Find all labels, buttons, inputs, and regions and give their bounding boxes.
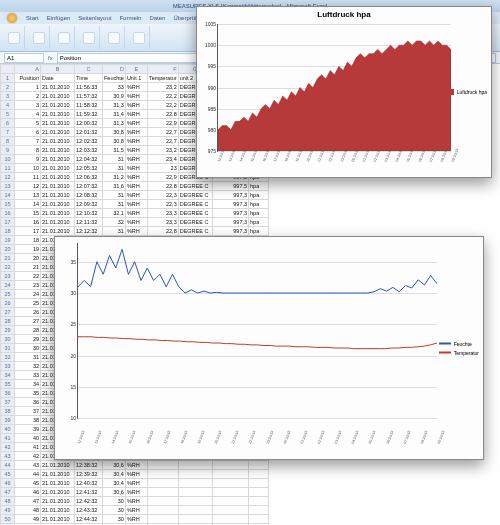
cell[interactable]: 22	[15, 272, 41, 281]
cell[interactable]: 12:05:32	[75, 164, 103, 173]
cell[interactable]: %RH	[125, 128, 147, 137]
cell[interactable]: 7	[15, 137, 41, 146]
cell[interactable]: 20	[15, 254, 41, 263]
cell[interactable]: %RH	[125, 200, 147, 209]
cell[interactable]: 45	[15, 479, 41, 488]
header-cell[interactable]: Temperatur	[147, 74, 178, 83]
cell[interactable]: %RH	[125, 155, 147, 164]
cell[interactable]	[178, 470, 212, 479]
cell[interactable]: 8	[15, 146, 41, 155]
cell[interactable]: 27	[15, 317, 41, 326]
name-box[interactable]: A1	[4, 53, 44, 63]
cell[interactable]: DEGREE C	[178, 218, 212, 227]
row-header[interactable]: 20	[1, 245, 15, 254]
row-header[interactable]: 33	[1, 362, 15, 371]
cell[interactable]: 30	[15, 344, 41, 353]
cell[interactable]: 22,8	[147, 110, 178, 119]
cell[interactable]: 21.01.2010	[41, 470, 75, 479]
tab-pagelayout[interactable]: Seitenlayout	[78, 15, 111, 21]
cell[interactable]: 21.01.2010	[41, 497, 75, 506]
cell[interactable]: 48	[15, 506, 41, 515]
cell[interactable]: 33	[103, 83, 126, 92]
cell[interactable]: 13	[15, 191, 41, 200]
number-button[interactable]	[83, 32, 95, 44]
cell[interactable]: 22,9	[147, 173, 178, 182]
cell[interactable]: 30,8	[103, 137, 126, 146]
cell[interactable]: hpa	[249, 191, 269, 200]
header-cell[interactable]: Time	[75, 74, 103, 83]
header-cell[interactable]: Feuchte	[103, 74, 126, 83]
cell[interactable]: %RH	[125, 209, 147, 218]
row-header[interactable]: 49	[1, 506, 15, 515]
row-header[interactable]: 14	[1, 191, 15, 200]
cell[interactable]: 11:58:32	[75, 101, 103, 110]
cell[interactable]: hpa	[249, 182, 269, 191]
cell[interactable]: 23,2	[147, 83, 178, 92]
cell[interactable]: 30,6	[103, 488, 126, 497]
cell[interactable]: 22,7	[147, 137, 178, 146]
cell[interactable]	[249, 515, 269, 524]
cell[interactable]: 12:43:32	[75, 506, 103, 515]
chart-feuchte-temperatur[interactable]: 101520253035 Feuchte Temperatur 12:33:33…	[54, 236, 484, 460]
paste-button[interactable]	[8, 32, 20, 44]
cell[interactable]: 30,8	[103, 128, 126, 137]
cell[interactable]: 12:38:32	[75, 461, 103, 470]
cell[interactable]: 31	[103, 164, 126, 173]
cell[interactable]: 15	[15, 209, 41, 218]
cell[interactable]: %RH	[125, 227, 147, 236]
cell[interactable]: 12:07:32	[75, 182, 103, 191]
cell[interactable]: 49	[15, 515, 41, 524]
cell[interactable]: 43	[15, 461, 41, 470]
cell[interactable]: 40	[15, 434, 41, 443]
cell[interactable]: 21.01.2010	[41, 173, 75, 182]
row-header[interactable]: 3	[1, 92, 15, 101]
cell[interactable]	[249, 497, 269, 506]
row-header[interactable]: 21	[1, 254, 15, 263]
cell[interactable]	[212, 506, 248, 515]
cell[interactable]: %RH	[125, 137, 147, 146]
cell[interactable]: 12:00:32	[75, 119, 103, 128]
cell[interactable]: 37	[15, 407, 41, 416]
cell[interactable]: 23	[147, 164, 178, 173]
cell[interactable]: 32	[103, 218, 126, 227]
cell[interactable]: 46	[15, 488, 41, 497]
cell[interactable]: 11	[15, 173, 41, 182]
cell[interactable]: 31,5	[103, 146, 126, 155]
row-header[interactable]: 30	[1, 335, 15, 344]
office-button[interactable]	[6, 12, 18, 24]
row-header[interactable]: 44	[1, 461, 15, 470]
cell[interactable]: %RH	[125, 218, 147, 227]
cell[interactable]: 997,3	[212, 218, 248, 227]
cell[interactable]: 21.01.2010	[41, 128, 75, 137]
cell[interactable]: 22,7	[147, 128, 178, 137]
cell[interactable]: DEGREE C	[178, 182, 212, 191]
cell[interactable]: DEGREE C	[178, 191, 212, 200]
cell[interactable]: %RH	[125, 119, 147, 128]
cell[interactable]: hpa	[249, 200, 269, 209]
row-header[interactable]: 22	[1, 263, 15, 272]
row-header[interactable]: 7	[1, 128, 15, 137]
cell[interactable]: 21.01.2010	[41, 119, 75, 128]
cell[interactable]: 23,3	[147, 209, 178, 218]
cell[interactable]	[147, 470, 178, 479]
cell[interactable]	[178, 506, 212, 515]
cell[interactable]	[178, 479, 212, 488]
row-header[interactable]: 34	[1, 371, 15, 380]
cell[interactable]: 12:11:32	[75, 218, 103, 227]
cell[interactable]: 30	[103, 515, 126, 524]
cell[interactable]: 21.01.2010	[41, 83, 75, 92]
tab-insert[interactable]: Einfügen	[47, 15, 71, 21]
cell[interactable]: 4	[15, 110, 41, 119]
cell[interactable]: %RH	[125, 470, 147, 479]
cell[interactable]: 21.01.2010	[41, 182, 75, 191]
cell[interactable]: 23,2	[147, 146, 178, 155]
cell[interactable]	[178, 497, 212, 506]
cell[interactable]: %RH	[125, 110, 147, 119]
cell[interactable]: 21.01.2010	[41, 515, 75, 524]
row-header[interactable]: 39	[1, 416, 15, 425]
cell[interactable]: 12:03:32	[75, 146, 103, 155]
tab-data[interactable]: Daten	[149, 15, 165, 21]
cell[interactable]: 34	[15, 380, 41, 389]
cell[interactable]: %RH	[125, 182, 147, 191]
cell[interactable]: 997,3	[212, 191, 248, 200]
